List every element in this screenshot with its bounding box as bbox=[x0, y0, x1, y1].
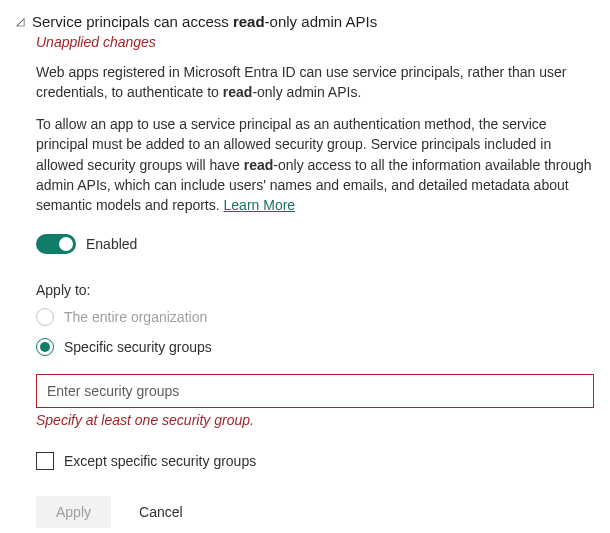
except-groups-checkbox-row[interactable]: Except specific security groups bbox=[36, 452, 594, 470]
collapse-icon[interactable]: ◿ bbox=[16, 15, 24, 28]
title-post: -only admin APIs bbox=[265, 13, 378, 30]
learn-more-link[interactable]: Learn More bbox=[224, 197, 296, 213]
validation-message: Specify at least one security group. bbox=[36, 412, 594, 428]
radio-entire-organization: The entire organization bbox=[36, 308, 594, 326]
radio-specific-groups[interactable]: Specific security groups bbox=[36, 338, 594, 356]
cancel-button[interactable]: Cancel bbox=[135, 496, 187, 528]
section-title: Service principals can access read-only … bbox=[32, 12, 594, 32]
enabled-toggle[interactable] bbox=[36, 234, 76, 254]
radio-label-specific: Specific security groups bbox=[64, 339, 212, 355]
checkbox-icon bbox=[36, 452, 54, 470]
unapplied-changes-label: Unapplied changes bbox=[36, 34, 594, 50]
apply-to-label: Apply to: bbox=[36, 282, 594, 298]
description-1: Web apps registered in Microsoft Entra I… bbox=[36, 62, 594, 103]
checkbox-label-except: Except specific security groups bbox=[64, 453, 256, 469]
radio-label-entire: The entire organization bbox=[64, 309, 207, 325]
title-bold: read bbox=[233, 13, 265, 30]
toggle-label: Enabled bbox=[86, 236, 137, 252]
description-2: To allow an app to use a service princip… bbox=[36, 114, 594, 215]
radio-icon bbox=[36, 338, 54, 356]
security-groups-input[interactable] bbox=[36, 374, 594, 408]
apply-button: Apply bbox=[36, 496, 111, 528]
toggle-knob-icon bbox=[59, 237, 73, 251]
title-pre: Service principals can access bbox=[32, 13, 233, 30]
radio-icon bbox=[36, 308, 54, 326]
